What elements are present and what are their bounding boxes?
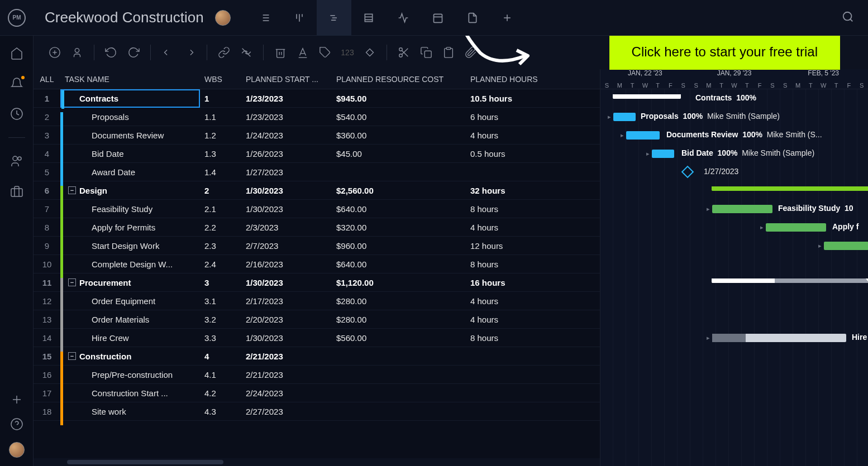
gantt-summary-bar[interactable] (712, 186, 868, 191)
cell-wbs[interactable]: 2.1 (200, 204, 241, 214)
cell-hours[interactable]: 4 hours (466, 315, 555, 324)
cell-cost[interactable]: $960.00 (332, 241, 466, 251)
table-row[interactable]: 15−Construction42/21/2023 (34, 347, 600, 366)
gantt-body[interactable]: Contracts 100%▸Proposals 100% Mike Smith… (600, 89, 868, 466)
team-icon[interactable] (10, 155, 23, 168)
gantt-task-bar[interactable] (824, 242, 868, 250)
task-cell[interactable]: Award Date (60, 167, 200, 177)
cell-cost[interactable]: $540.00 (332, 112, 466, 122)
collapse-icon[interactable]: − (68, 352, 76, 360)
user-avatar[interactable] (9, 442, 25, 458)
cell-wbs[interactable]: 3.3 (200, 333, 241, 343)
delete-icon[interactable] (270, 42, 290, 63)
col-task[interactable]: TASK NAME (60, 75, 200, 84)
cell-start[interactable]: 1/30/2023 (241, 333, 332, 343)
col-start[interactable]: PLANNED START ... (241, 75, 332, 84)
notifications-icon[interactable] (10, 77, 23, 90)
assign-icon[interactable] (67, 42, 87, 63)
view-board-icon[interactable] (282, 0, 317, 36)
table-row[interactable]: 5Award Date1.41/27/2023 (34, 163, 600, 181)
copy-icon[interactable] (416, 42, 436, 63)
cell-start[interactable]: 2/17/2023 (241, 296, 332, 306)
cell-start[interactable]: 1/23/2023 (241, 94, 332, 103)
indent-icon[interactable] (180, 42, 200, 63)
cell-cost[interactable]: $1,120.00 (332, 278, 466, 287)
task-cell[interactable]: Prep/Pre-construction (60, 370, 200, 379)
view-gantt-icon[interactable] (317, 0, 351, 36)
cell-cost[interactable]: $280.00 (332, 315, 466, 324)
gantt-milestone[interactable] (681, 166, 694, 179)
cell-hours[interactable]: 16 hours (466, 278, 555, 287)
undo-icon[interactable] (101, 42, 121, 63)
collapse-icon[interactable]: − (68, 278, 76, 286)
table-row[interactable]: 4Bid Date1.31/26/2023$45.000.5 hours (34, 145, 600, 163)
horizontal-scrollbar[interactable] (34, 458, 600, 466)
cell-start[interactable]: 1/30/2023 (241, 186, 332, 195)
cell-start[interactable]: 2/27/2023 (241, 407, 332, 416)
task-cell[interactable]: Site work (60, 407, 200, 416)
table-row[interactable]: 1Contracts11/23/2023$945.0010.5 hours (34, 89, 600, 108)
cell-cost[interactable]: $320.00 (332, 223, 466, 232)
task-cell[interactable]: Proposals (60, 112, 200, 122)
cell-wbs[interactable]: 3 (200, 278, 241, 287)
task-cell[interactable]: Hire Crew (60, 333, 200, 343)
tag-icon[interactable] (315, 42, 335, 63)
view-add-icon[interactable] (490, 0, 524, 36)
attachment-icon[interactable] (461, 42, 481, 63)
task-cell[interactable]: Order Materials (60, 315, 200, 324)
cell-start[interactable]: 1/30/2023 (241, 204, 332, 214)
task-cell[interactable]: Apply for Permits (60, 223, 200, 232)
collapse-icon[interactable]: − (68, 186, 76, 194)
briefcase-icon[interactable] (10, 185, 23, 198)
gantt-task-bar[interactable] (712, 334, 846, 342)
cell-wbs[interactable]: 3.1 (200, 296, 241, 306)
table-row[interactable]: 12Order Equipment3.12/17/2023$280.004 ho… (34, 292, 600, 310)
gantt-task-bar[interactable] (766, 223, 826, 232)
task-cell[interactable]: −Procurement (60, 278, 200, 287)
table-row[interactable]: 11−Procurement31/30/2023$1,120.0016 hour… (34, 273, 600, 292)
task-cell[interactable]: −Construction (60, 352, 200, 361)
cell-hours[interactable]: 4 hours (466, 223, 555, 232)
cell-cost[interactable]: $360.00 (332, 131, 466, 140)
cell-hours[interactable]: 6 hours (466, 112, 555, 122)
search-icon[interactable] (842, 11, 854, 25)
logo[interactable]: PM (0, 9, 34, 27)
col-cost[interactable]: PLANNED RESOURCE COST (332, 75, 466, 84)
table-row[interactable]: 3Documents Review1.21/24/2023$360.004 ho… (34, 126, 600, 145)
table-row[interactable]: 9Start Design Work2.32/7/2023$960.0012 h… (34, 237, 600, 255)
cell-start[interactable]: 2/21/2023 (241, 352, 332, 361)
task-cell[interactable]: Start Design Work (60, 241, 200, 251)
cell-hours[interactable]: 8 hours (466, 260, 555, 269)
table-row[interactable]: 10Complete Design W...2.42/16/2023$640.0… (34, 255, 600, 273)
view-sheet-icon[interactable] (351, 0, 386, 36)
task-cell[interactable]: Bid Date (60, 149, 200, 158)
col-all[interactable]: ALL (34, 75, 60, 84)
gantt-task-bar[interactable] (712, 205, 772, 213)
project-avatar[interactable] (215, 10, 231, 26)
table-row[interactable]: 18Site work4.32/27/2023 (34, 402, 600, 421)
add-task-icon[interactable] (45, 42, 65, 63)
paste-icon[interactable] (438, 42, 459, 63)
cell-wbs[interactable]: 1.1 (200, 112, 241, 122)
task-cell[interactable]: Contracts (60, 89, 200, 108)
cell-hours[interactable]: 0.5 hours (466, 149, 555, 158)
cell-wbs[interactable]: 2.4 (200, 260, 241, 269)
cell-cost[interactable]: $280.00 (332, 296, 466, 306)
table-row[interactable]: 2Proposals1.11/23/2023$540.006 hours (34, 108, 600, 126)
cell-wbs[interactable]: 4.2 (200, 388, 241, 398)
cell-cost[interactable]: $640.00 (332, 204, 466, 214)
table-row[interactable]: 7Feasibility Study2.11/30/2023$640.008 h… (34, 200, 600, 218)
cell-hours[interactable]: 12 hours (466, 241, 555, 251)
cell-wbs[interactable]: 1 (200, 94, 241, 103)
gantt-task-bar[interactable] (652, 150, 674, 158)
task-cell[interactable]: −Design (60, 186, 200, 195)
table-row[interactable]: 13Order Materials3.22/20/2023$280.004 ho… (34, 310, 600, 329)
task-cell[interactable]: Order Equipment (60, 296, 200, 306)
milestone-icon[interactable] (360, 42, 380, 63)
cell-cost[interactable]: $945.00 (332, 94, 466, 103)
cell-wbs[interactable]: 4.1 (200, 370, 241, 379)
number-icon[interactable]: 123 (337, 42, 357, 63)
cell-wbs[interactable]: 2.2 (200, 223, 241, 232)
gantt-summary-bar[interactable] (712, 278, 868, 283)
cell-wbs[interactable]: 1.3 (200, 149, 241, 158)
